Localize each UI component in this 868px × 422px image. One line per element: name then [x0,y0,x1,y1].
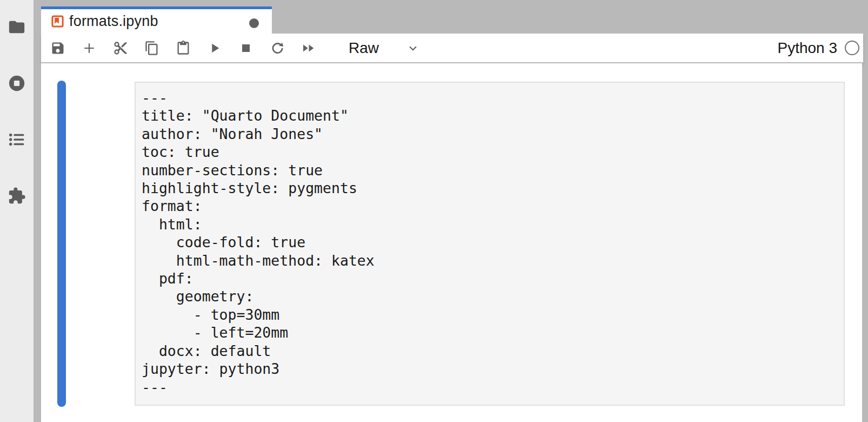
paste-icon [176,41,191,56]
stop-icon [238,41,253,56]
notebook-content-area: --- title: "Quarto Document" author: "No… [41,63,862,422]
cut-icon [113,41,128,56]
run-icon [207,41,222,56]
copy-icon [144,41,159,56]
fast-forward-icon [301,41,316,56]
chevron-down-icon [406,41,420,55]
cell-type-value: Raw [349,39,379,57]
jupyterlab-window: formats.ipynb [0,0,868,422]
insert-cell-button[interactable] [74,34,105,62]
kernel-status-circle-icon[interactable] [845,41,859,55]
list-icon [8,130,26,149]
restart-run-all-button[interactable] [293,34,324,62]
copy-cells-button[interactable] [136,34,168,62]
notebook-toolbar: Raw Python 3 [41,34,863,63]
save-icon [50,41,65,56]
interrupt-kernel-button[interactable] [230,34,262,62]
kernel-indicator: Python 3 [777,39,863,57]
sidebar-item-running-kernels[interactable] [6,74,28,93]
cell-source[interactable]: --- title: "Quarto Document" author: "No… [136,83,844,396]
sidebar-item-table-of-contents[interactable] [6,130,28,149]
tab-title: formats.ipynb [69,13,158,30]
save-button[interactable] [42,34,74,62]
left-activity-bar [0,0,34,422]
restart-icon [270,41,285,56]
folder-icon [8,18,26,36]
run-cell-button[interactable] [199,34,230,62]
cell-collapser[interactable] [57,81,66,407]
puzzle-icon [8,187,26,205]
unsaved-dot-icon[interactable] [249,18,259,28]
paste-cells-button[interactable] [168,34,199,62]
stop-circle-icon [8,74,26,93]
kernel-name[interactable]: Python 3 [777,39,837,57]
cut-cells-button[interactable] [105,34,136,62]
notebook-icon [51,15,64,28]
add-icon [82,41,97,56]
raw-cell[interactable]: --- title: "Quarto Document" author: "No… [135,82,845,406]
sidebar-item-file-browser[interactable] [6,18,28,36]
sidebar-item-extensions[interactable] [6,187,28,205]
cell-type-dropdown[interactable]: Raw [349,39,420,57]
restart-kernel-button[interactable] [262,34,293,62]
tab-formats-ipynb[interactable]: formats.ipynb [41,6,272,34]
